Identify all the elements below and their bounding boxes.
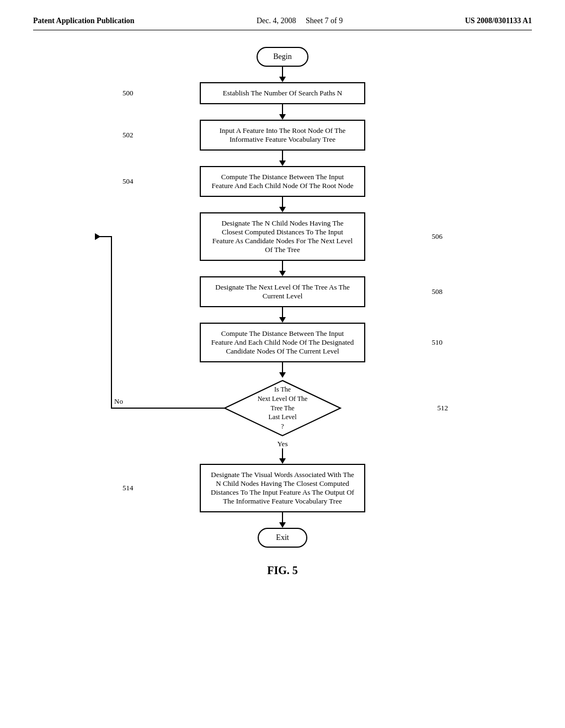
step-510: Compute The Distance Between The Input F… bbox=[200, 323, 365, 362]
arrow-500-502 bbox=[279, 104, 286, 120]
step-504: Compute The Distance Between The Input F… bbox=[200, 166, 365, 197]
begin-node: Begin bbox=[257, 47, 308, 67]
step-514: Designate The Visual Words Associated Wi… bbox=[200, 464, 365, 512]
step-510-row: Compute The Distance Between The Input F… bbox=[95, 323, 470, 362]
header-right: US 2008/0301133 A1 bbox=[465, 17, 532, 25]
page: Patent Application Publication Dec. 4, 2… bbox=[0, 0, 565, 728]
step-514-row: 514 Designate The Visual Words Associate… bbox=[95, 464, 470, 512]
diamond-line1: Is The bbox=[274, 386, 291, 393]
exit-label: Exit bbox=[276, 533, 289, 542]
label-504: 504 bbox=[122, 177, 134, 186]
arrow-508-510 bbox=[95, 307, 470, 323]
arrow-begin-500 bbox=[279, 67, 286, 82]
arrow-510-512 bbox=[95, 362, 470, 378]
diamond-line3: Last Level bbox=[269, 413, 297, 421]
label-500: 500 bbox=[122, 89, 134, 98]
label-512: 512 bbox=[438, 404, 449, 413]
step-504-row: 504 Compute The Distance Between The Inp… bbox=[95, 166, 470, 197]
step-502-row: 502 Input A Feature Into The Root Node O… bbox=[95, 120, 470, 151]
header-sheet: Sheet 7 of 9 bbox=[306, 17, 343, 25]
header-date: Dec. 4, 2008 bbox=[257, 17, 296, 25]
arrow-514-exit bbox=[279, 512, 286, 528]
step-500-row: 500 Establish The Number Of Search Paths… bbox=[95, 82, 470, 104]
arrow-502-504 bbox=[279, 151, 286, 166]
step-502-text: Input A Feature Into The Root Node Of Th… bbox=[220, 126, 345, 143]
begin-label: Begin bbox=[273, 52, 291, 61]
step-510-text: Compute The Distance Between The Input F… bbox=[211, 329, 354, 355]
no-label: No bbox=[114, 397, 123, 406]
diamond-line2: Next Level Of The Tree The bbox=[258, 395, 308, 412]
step-514-text: Designate The Visual Words Associated Wi… bbox=[211, 470, 354, 505]
exit-node: Exit bbox=[258, 528, 307, 548]
yes-branch: Yes bbox=[95, 438, 470, 464]
step-506: Designate The N Child Nodes Having The C… bbox=[200, 212, 365, 261]
step-500-text: Establish The Number Of Search Paths N bbox=[223, 89, 342, 97]
label-510: 510 bbox=[432, 338, 443, 347]
step-500: Establish The Number Of Search Paths N bbox=[200, 82, 365, 104]
diamond-512: Is The Next Level Of The Tree The Last L… bbox=[222, 378, 343, 438]
step-504-text: Compute The Distance Between The Input F… bbox=[212, 173, 354, 190]
header-left: Patent Application Publication bbox=[33, 17, 135, 25]
label-514: 514 bbox=[122, 484, 134, 493]
diagram-area: Begin 500 Establish The Number Of Search… bbox=[95, 47, 470, 577]
arrow-506-508 bbox=[95, 261, 470, 276]
loop-container: Designate The N Child Nodes Having The C… bbox=[95, 212, 470, 464]
label-502: 502 bbox=[122, 131, 134, 140]
step-508: Designate The Next Level Of The Tree As … bbox=[200, 276, 365, 307]
label-508: 508 bbox=[432, 287, 443, 296]
diamond-line4: ? bbox=[281, 422, 284, 430]
header-center: Dec. 4, 2008 Sheet 7 of 9 bbox=[257, 17, 343, 25]
page-header: Patent Application Publication Dec. 4, 2… bbox=[33, 17, 532, 30]
step-512-row: Is The Next Level Of The Tree The Last L… bbox=[95, 378, 470, 438]
step-506-text: Designate The N Child Nodes Having The C… bbox=[212, 219, 353, 254]
arrow-504-506 bbox=[279, 197, 286, 212]
diamond-512-text: Is The Next Level Of The Tree The Last L… bbox=[252, 385, 313, 431]
fig-caption: FIG. 5 bbox=[267, 564, 298, 577]
label-506: 506 bbox=[432, 232, 443, 241]
step-508-row: Designate The Next Level Of The Tree As … bbox=[95, 276, 470, 307]
step-508-text: Designate The Next Level Of The Tree As … bbox=[215, 283, 349, 300]
step-506-row: Designate The N Child Nodes Having The C… bbox=[95, 212, 470, 261]
yes-label: Yes bbox=[278, 440, 288, 448]
step-502: Input A Feature Into The Root Node Of Th… bbox=[200, 120, 365, 151]
